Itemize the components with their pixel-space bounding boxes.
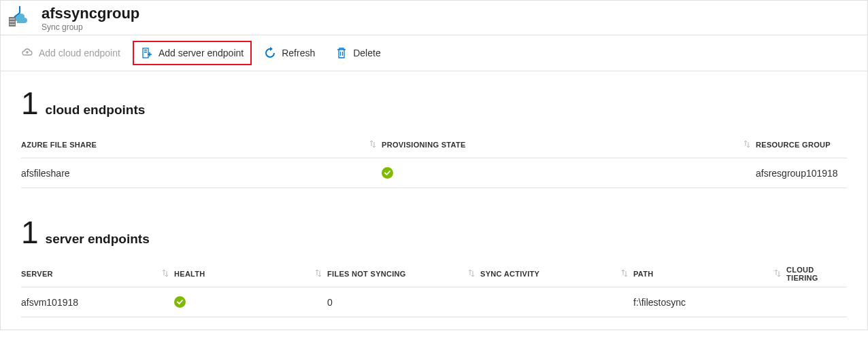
- column-health[interactable]: HEALTH: [174, 269, 327, 279]
- svg-rect-2: [10, 21, 15, 22]
- sort-icon: [162, 269, 169, 279]
- server-endpoints-heading: 1 server endpoints: [21, 217, 847, 248]
- delete-icon: [335, 47, 348, 59]
- refresh-icon: [264, 47, 276, 59]
- cloud-add-icon: [21, 47, 33, 59]
- sort-icon: [621, 269, 628, 279]
- svg-rect-6: [144, 52, 147, 53]
- cloud-endpoints-heading: 1 cloud endpoints: [21, 88, 847, 119]
- cell-files-not-syncing: 0: [327, 297, 480, 308]
- svg-rect-3: [10, 24, 15, 25]
- server-endpoints-count: 1: [21, 217, 39, 248]
- server-endpoints-label: server endpoints: [46, 232, 150, 247]
- svg-rect-5: [144, 50, 147, 51]
- cell-path: f:\filestosync: [633, 297, 786, 308]
- column-files-not-syncing[interactable]: FILES NOT SYNCING: [327, 269, 480, 279]
- cloud-endpoints-label: cloud endpoints: [46, 103, 146, 118]
- sort-icon: [315, 269, 322, 279]
- cloud-endpoints-count: 1: [21, 88, 39, 119]
- sort-icon: [744, 140, 750, 149]
- column-path[interactable]: PATH: [633, 269, 786, 279]
- page-title: afssyncgroup: [41, 5, 139, 22]
- add-server-endpoint-button[interactable]: Add server endpoint: [133, 41, 252, 65]
- refresh-label: Refresh: [282, 48, 315, 58]
- add-cloud-endpoint-label: Add cloud endpoint: [39, 48, 120, 58]
- server-add-icon: [141, 47, 153, 59]
- status-ok-icon: [174, 296, 186, 308]
- cloud-endpoints-table: AZURE FILE SHARE PROVISIONING STATE RESO…: [21, 131, 847, 188]
- column-resource-group[interactable]: RESOURCE GROUP: [756, 141, 847, 149]
- column-sync-activity[interactable]: SYNC ACTIVITY: [480, 269, 633, 279]
- table-row[interactable]: afsfileshare afsresgroup101918: [21, 158, 847, 188]
- sort-icon: [774, 269, 781, 279]
- add-server-endpoint-label: Add server endpoint: [158, 48, 244, 58]
- cell-resource-group: afsresgroup101918: [756, 168, 847, 179]
- status-ok-icon: [382, 167, 393, 179]
- table-row[interactable]: afsvm101918 0 f:\filestosync: [21, 287, 847, 317]
- cell-health: [174, 296, 327, 308]
- sort-icon: [369, 140, 376, 149]
- sort-icon: [468, 269, 475, 279]
- add-cloud-endpoint-button: Add cloud endpoint: [13, 41, 129, 65]
- column-provisioning-state[interactable]: PROVISIONING STATE: [382, 140, 756, 149]
- column-cloud-tiering[interactable]: CLOUD TIERING: [786, 266, 847, 282]
- column-azure-file-share[interactable]: AZURE FILE SHARE: [21, 140, 382, 149]
- svg-rect-1: [10, 18, 15, 20]
- column-server[interactable]: SERVER: [21, 269, 174, 279]
- cell-azure-file-share: afsfileshare: [21, 168, 382, 179]
- delete-button[interactable]: Delete: [327, 41, 388, 65]
- sync-group-icon: [6, 5, 33, 29]
- refresh-button[interactable]: Refresh: [256, 41, 323, 65]
- cell-server: afsvm101918: [21, 297, 174, 308]
- cell-provisioning-state: [382, 167, 756, 179]
- server-endpoints-table: SERVER HEALTH FILES NOT SYNCING SYNC ACT…: [21, 260, 847, 317]
- delete-label: Delete: [353, 48, 380, 58]
- command-bar: Add cloud endpoint Add server endpoint R…: [1, 35, 867, 71]
- page-subtitle: Sync group: [41, 22, 139, 32]
